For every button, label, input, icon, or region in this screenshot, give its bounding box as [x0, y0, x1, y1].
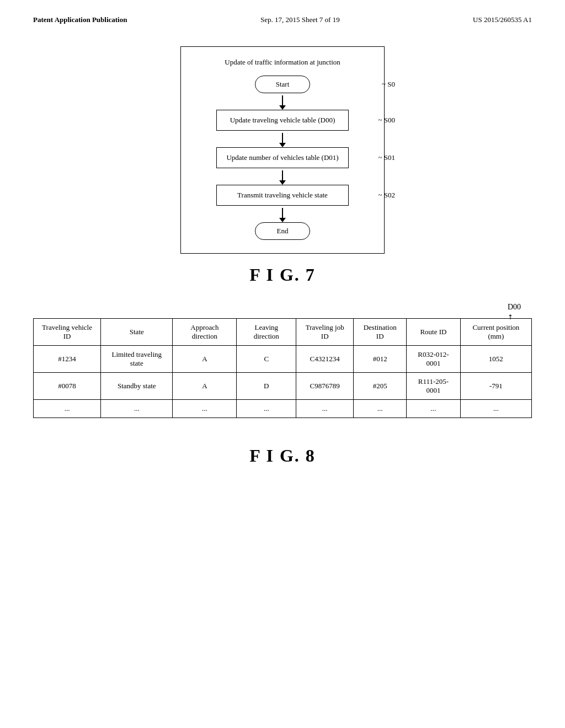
- table-row: #0078Standby stateADC9876789#205R111-205…: [34, 373, 532, 400]
- header-center: Sep. 17, 2015 Sheet 7 of 19: [260, 15, 340, 24]
- flow-step-s02: Transmit traveling vehicle state ~ S02: [198, 185, 367, 206]
- end-oval: End: [255, 222, 310, 240]
- start-oval: Start: [255, 76, 310, 93]
- table-cell: #012: [354, 346, 407, 373]
- table-row: #1234Limited traveling stateACC4321234#0…: [34, 346, 532, 373]
- table-cell: #0078: [34, 373, 101, 400]
- table-cell: ...: [34, 400, 101, 418]
- col-vehicle-id: Traveling vehicle ID: [34, 319, 101, 346]
- table-cell: -791: [460, 373, 531, 400]
- flowchart: Update of traffic information at junctio…: [180, 46, 385, 254]
- fig8-section: D00 ↗ Traveling vehicle ID State Approac…: [0, 313, 565, 466]
- step-label-s01: ~ S01: [378, 153, 395, 162]
- step-label-s02: ~ S02: [378, 191, 395, 200]
- table-cell: C4321234: [296, 346, 354, 373]
- table-header-row: Traveling vehicle ID State Approach dire…: [34, 319, 532, 346]
- table-cell: ...: [173, 400, 237, 418]
- table-cell: #205: [354, 373, 407, 400]
- fig7-caption: F I G. 7: [249, 265, 316, 285]
- table-cell: 1052: [460, 346, 531, 373]
- col-route-id: Route ID: [407, 319, 461, 346]
- table-cell: A: [173, 373, 237, 400]
- col-leaving: Leaving direction: [237, 319, 296, 346]
- d00-label: D00: [508, 303, 521, 312]
- table-cell: ...: [101, 400, 173, 418]
- table-cell: ...: [237, 400, 296, 418]
- flowchart-title: Update of traffic information at junctio…: [225, 58, 340, 67]
- table-container: D00 ↗ Traveling vehicle ID State Approac…: [33, 318, 532, 418]
- flow-step-s01: Update number of vehicles table (D01) ~ …: [198, 147, 367, 168]
- table-cell: R111-205-0001: [407, 373, 461, 400]
- step-label-s00: ~ S00: [378, 116, 395, 125]
- s02-rect: Transmit traveling vehicle state: [216, 185, 349, 206]
- table-cell: ...: [354, 400, 407, 418]
- arrow-3: [279, 170, 286, 185]
- step-label-s0: ~ S0: [382, 80, 395, 89]
- col-dest-id: Destination ID: [354, 319, 407, 346]
- arrow-1: [279, 95, 286, 110]
- table-cell: Limited traveling state: [101, 346, 173, 373]
- table-cell: R032-012-0001: [407, 346, 461, 373]
- fig8-caption: F I G. 8: [249, 446, 316, 466]
- arrow-4: [279, 208, 286, 222]
- header-right: US 2015/260535 A1: [473, 15, 532, 24]
- col-state: State: [101, 319, 173, 346]
- table-cell: ...: [407, 400, 461, 418]
- col-position: Current position (mm): [460, 319, 531, 346]
- flow-step-start: Start ~ S0: [198, 76, 367, 93]
- col-job-id: Traveling job ID: [296, 319, 354, 346]
- flow-step-end: End: [198, 222, 367, 240]
- col-approach: Approach direction: [173, 319, 237, 346]
- fig7-section: Update of traffic information at junctio…: [0, 46, 565, 285]
- table-cell: C9876789: [296, 373, 354, 400]
- s01-rect: Update number of vehicles table (D01): [216, 147, 349, 168]
- s00-rect: Update traveling vehicle table (D00): [216, 110, 349, 131]
- table-cell: ...: [460, 400, 531, 418]
- table-cell: Standby state: [101, 373, 173, 400]
- table-cell: A: [173, 346, 237, 373]
- d00-table: Traveling vehicle ID State Approach dire…: [33, 318, 532, 418]
- table-cell: #1234: [34, 346, 101, 373]
- arrow-2: [279, 133, 286, 147]
- table-row: ........................: [34, 400, 532, 418]
- table-cell: D: [237, 373, 296, 400]
- table-cell: C: [237, 346, 296, 373]
- table-cell: ...: [296, 400, 354, 418]
- page-header: Patent Application Publication Sep. 17, …: [0, 0, 565, 24]
- header-left: Patent Application Publication: [33, 15, 127, 24]
- flow-step-s00: Update traveling vehicle table (D00) ~ S…: [198, 110, 367, 131]
